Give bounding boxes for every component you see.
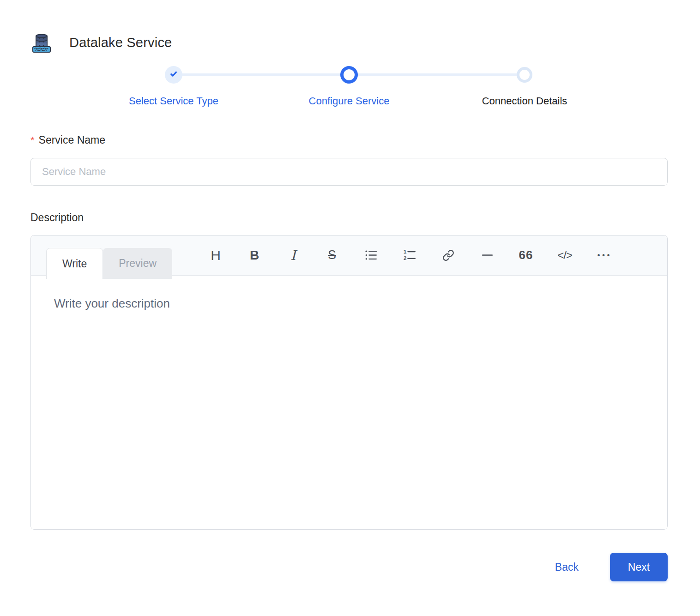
svg-text:1: 1 bbox=[404, 249, 407, 254]
wizard-stepper: Select Service Type Configure Service Co… bbox=[86, 66, 612, 107]
horizontal-rule-icon bbox=[481, 249, 494, 261]
page-title: Datalake Service bbox=[69, 35, 172, 50]
bulleted-list-button[interactable] bbox=[362, 242, 380, 268]
check-icon bbox=[169, 69, 179, 81]
step-active-indicator bbox=[340, 66, 358, 84]
horizontal-rule-button[interactable] bbox=[478, 242, 496, 268]
code-icon: </> bbox=[557, 249, 572, 262]
page-header: Datalake Service bbox=[30, 0, 668, 54]
next-button[interactable]: Next bbox=[610, 553, 668, 581]
editor-body bbox=[31, 276, 667, 529]
datalake-service-icon bbox=[30, 31, 53, 54]
tab-preview[interactable]: Preview bbox=[103, 248, 172, 279]
back-button[interactable]: Back bbox=[546, 556, 588, 578]
description-label: Description bbox=[30, 211, 668, 224]
bold-button[interactable]: B bbox=[245, 242, 264, 268]
heading-icon: H bbox=[211, 248, 221, 263]
quote-icon: 66 bbox=[519, 248, 533, 262]
quote-button[interactable]: 66 bbox=[517, 242, 535, 268]
numbered-list-icon: 1 2 bbox=[404, 249, 416, 261]
step-connection-details: Connection Details bbox=[437, 66, 612, 107]
editor-tabs: Write Preview bbox=[46, 248, 172, 279]
required-asterisk: * bbox=[30, 134, 35, 146]
step-pending-indicator bbox=[517, 67, 532, 83]
link-button[interactable] bbox=[439, 242, 458, 268]
step-label: Configure Service bbox=[309, 95, 390, 107]
more-options-button[interactable]: ••• bbox=[594, 242, 613, 268]
numbered-list-button[interactable]: 1 2 bbox=[400, 242, 419, 268]
italic-button[interactable]: I bbox=[284, 242, 302, 268]
step-completed-indicator bbox=[165, 66, 182, 84]
step-label: Select Service Type bbox=[129, 95, 218, 107]
strikethrough-button[interactable]: S bbox=[323, 242, 341, 268]
service-name-label: * Service Name bbox=[30, 134, 668, 146]
editor-tools: H B I S bbox=[206, 235, 613, 275]
description-label-text: Description bbox=[30, 211, 84, 224]
description-textarea[interactable] bbox=[31, 276, 667, 529]
service-name-field-group: * Service Name bbox=[30, 134, 668, 186]
step-label: Connection Details bbox=[482, 95, 567, 107]
step-configure-service: Configure Service bbox=[261, 66, 437, 107]
more-options-icon: ••• bbox=[595, 251, 612, 260]
link-icon bbox=[442, 249, 454, 261]
svg-text:2: 2 bbox=[404, 255, 406, 261]
service-name-label-text: Service Name bbox=[39, 134, 105, 146]
strikethrough-icon: S bbox=[326, 248, 338, 262]
italic-icon: I bbox=[290, 248, 296, 263]
service-name-input[interactable] bbox=[30, 158, 668, 186]
bulleted-list-icon bbox=[365, 249, 377, 261]
heading-button[interactable]: H bbox=[206, 242, 225, 268]
wizard-footer: Back Next bbox=[30, 553, 668, 581]
tab-write[interactable]: Write bbox=[46, 248, 103, 279]
datalake-service-wizard: Datalake Service Select Service Type Con… bbox=[0, 0, 700, 616]
markdown-editor: Write Preview H B I S bbox=[30, 235, 668, 530]
description-field-group: Description Write Preview H B I bbox=[30, 211, 668, 530]
code-button[interactable]: </> bbox=[555, 242, 574, 268]
editor-toolbar: Write Preview H B I S bbox=[31, 236, 667, 276]
bold-icon: B bbox=[250, 248, 259, 263]
step-select-service-type: Select Service Type bbox=[86, 66, 261, 107]
